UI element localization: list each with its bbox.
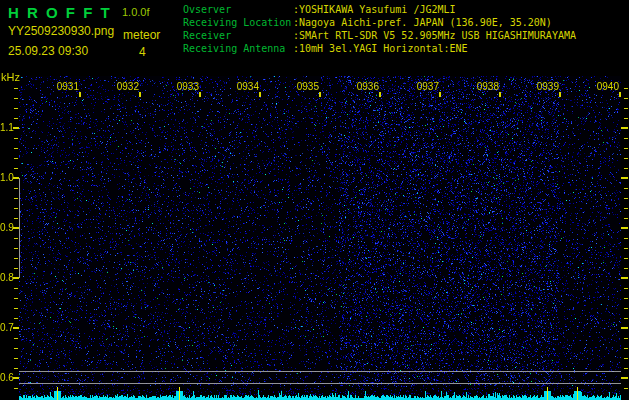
meteor-marker (57, 387, 58, 400)
freq-minor-tick-right (624, 258, 628, 259)
freq-unit-label: kHz (1, 71, 20, 83)
freq-tick-label: 1.0 (0, 172, 12, 183)
freq-minor-tick-right (624, 298, 628, 299)
freq-major-tick-right (621, 277, 628, 279)
freq-minor-tick-right (624, 288, 628, 289)
freq-major-tick (13, 127, 19, 129)
freq-minor-tick (14, 388, 18, 389)
freq-minor-tick-right (624, 108, 628, 109)
freq-minor-tick-right (624, 318, 628, 319)
freq-minor-tick (14, 268, 18, 269)
freq-minor-tick (14, 298, 18, 299)
freq-minor-tick-right (624, 338, 628, 339)
time-tick-label: 0936 (349, 81, 379, 92)
time-tick (499, 92, 501, 97)
freq-minor-tick (14, 248, 18, 249)
freq-major-tick-right (621, 227, 628, 229)
time-tick (619, 92, 621, 97)
freq-minor-tick (14, 258, 18, 259)
freq-minor-tick-right (624, 388, 628, 389)
freq-minor-tick-right (624, 268, 628, 269)
time-tick-label: 0933 (169, 81, 199, 92)
time-tick (139, 92, 141, 97)
freq-minor-tick (14, 168, 18, 169)
freq-minor-tick-right (624, 238, 628, 239)
freq-minor-tick (14, 188, 18, 189)
freq-minor-tick-right (624, 248, 628, 249)
meteor-marker (577, 387, 578, 400)
freq-major-tick-right (621, 177, 628, 179)
spectrogram-canvas (19, 76, 621, 387)
freq-tick-label: 0.6 (0, 372, 12, 383)
freq-minor-tick-right (624, 158, 628, 159)
freq-minor-tick-right (624, 368, 628, 369)
freq-minor-tick-right (624, 148, 628, 149)
freq-minor-tick (14, 138, 18, 139)
time-tick-label: 0931 (49, 81, 79, 92)
time-tick (439, 92, 441, 97)
freq-minor-tick (14, 108, 18, 109)
freq-minor-tick (14, 88, 18, 89)
time-tick (79, 92, 81, 97)
time-tick (319, 92, 321, 97)
freq-minor-tick-right (624, 358, 628, 359)
freq-minor-tick-right (624, 138, 628, 139)
freq-minor-tick (14, 338, 18, 339)
freq-tick-label: 0.9 (0, 222, 12, 233)
freq-major-tick-right (621, 377, 628, 379)
freq-major-tick-right (621, 327, 628, 329)
freq-minor-tick (14, 198, 18, 199)
detection-band-line (19, 371, 621, 372)
meteor-marker (179, 387, 180, 400)
freq-minor-tick-right (624, 188, 628, 189)
freq-minor-tick (14, 308, 18, 309)
freq-minor-tick (14, 218, 18, 219)
freq-major-tick-right (621, 127, 628, 129)
freq-minor-tick-right (624, 208, 628, 209)
time-tick-label: 0932 (109, 81, 139, 92)
meteor-marker (547, 387, 548, 400)
time-tick (379, 92, 381, 97)
freq-minor-tick (14, 348, 18, 349)
level-scale-line (19, 178, 20, 278)
freq-minor-tick-right (624, 218, 628, 219)
freq-minor-tick-right (624, 348, 628, 349)
spectrogram-chart: kHz1.11.00.90.80.70.60931093209330934093… (0, 0, 629, 400)
freq-minor-tick (14, 118, 18, 119)
freq-tick-label: 0.7 (0, 322, 12, 333)
time-tick (559, 92, 561, 97)
time-tick (199, 92, 201, 97)
detection-band-line (19, 383, 621, 384)
noise-floor-strip-canvas (19, 388, 621, 400)
freq-minor-tick-right (624, 98, 628, 99)
freq-minor-tick (14, 358, 18, 359)
time-tick-label: 0940 (589, 81, 619, 92)
time-tick-label: 0937 (409, 81, 439, 92)
freq-minor-tick (14, 368, 18, 369)
freq-minor-tick-right (624, 198, 628, 199)
freq-minor-tick (14, 288, 18, 289)
time-tick-label: 0938 (469, 81, 499, 92)
freq-minor-tick (14, 318, 18, 319)
freq-minor-tick-right (624, 168, 628, 169)
freq-tick-label: 1.1 (0, 122, 12, 133)
time-tick-label: 0939 (529, 81, 559, 92)
freq-minor-tick (14, 238, 18, 239)
freq-minor-tick-right (624, 118, 628, 119)
freq-minor-tick (14, 158, 18, 159)
freq-tick-label: 0.8 (0, 272, 12, 283)
time-tick-label: 0935 (289, 81, 319, 92)
freq-major-tick (13, 327, 19, 329)
time-tick (259, 92, 261, 97)
freq-minor-tick (14, 148, 18, 149)
hrofft-window: H R O F F T 1.0.0f YY2509230930.png mete… (0, 0, 629, 400)
freq-major-tick (13, 377, 19, 379)
freq-minor-tick-right (624, 88, 628, 89)
freq-minor-tick (14, 208, 18, 209)
freq-minor-tick-right (624, 308, 628, 309)
time-tick-label: 0934 (229, 81, 259, 92)
freq-minor-tick (14, 98, 18, 99)
